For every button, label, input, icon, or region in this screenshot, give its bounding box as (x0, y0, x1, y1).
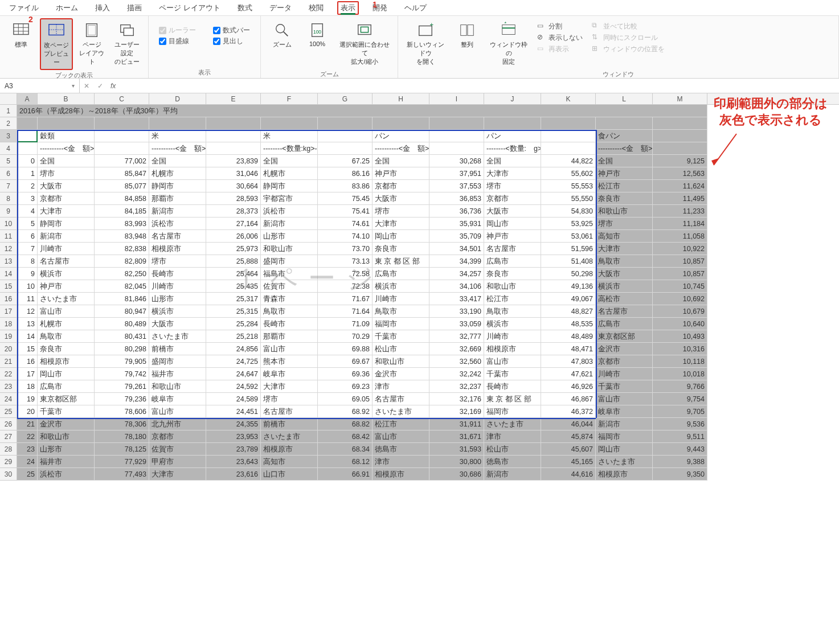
cell-M22[interactable]: 10,018 (653, 368, 707, 380)
cell-E26[interactable]: 24,355 (206, 418, 261, 430)
cell-D14[interactable]: 長崎市 (149, 268, 206, 280)
cell-L5[interactable]: 全国 (596, 155, 653, 167)
cell-H12[interactable]: 奈良市 (373, 243, 429, 255)
cell-B13[interactable]: 名古屋市 (38, 255, 95, 268)
cell-L16[interactable]: 高松市 (596, 293, 653, 305)
cell-B21[interactable]: 相模原市 (38, 355, 95, 368)
cell-C24[interactable]: 79,236 (95, 393, 149, 405)
cell-I17[interactable]: 33,190 (429, 305, 484, 318)
cell-B15[interactable]: 神戸市 (38, 280, 95, 293)
cell-E2[interactable] (206, 117, 261, 130)
cell-L30[interactable]: 相模原市 (596, 468, 653, 481)
cell-E11[interactable]: 26,006 (206, 230, 261, 243)
menu-描画[interactable]: 描画 (124, 1, 145, 15)
cell-A25[interactable]: 20 (17, 405, 38, 418)
cell-H10[interactable]: 大津市 (373, 218, 429, 230)
cell-A4[interactable] (17, 142, 38, 155)
cell-H2[interactable] (373, 117, 429, 130)
cell-I7[interactable]: 37,553 (429, 180, 484, 192)
cell-K23[interactable]: 46,926 (541, 380, 596, 393)
cell-A18[interactable]: 13 (17, 318, 38, 330)
cell-E22[interactable]: 24,647 (206, 368, 261, 380)
cell-H26[interactable]: 松江市 (373, 418, 429, 430)
cell-F4[interactable]: --------<数量:kg>- (261, 142, 318, 155)
cell-D21[interactable]: 盛岡市 (149, 355, 206, 368)
cell-C16[interactable]: 81,846 (95, 293, 149, 305)
cell-M23[interactable]: 9,766 (653, 380, 707, 393)
cell-M8[interactable]: 11,495 (653, 192, 707, 205)
cell-G24[interactable]: 69.05 (318, 393, 373, 405)
cell-J8[interactable]: 京都市 (484, 192, 541, 205)
row-header-29[interactable]: 29 (0, 456, 17, 468)
cell-C10[interactable]: 83,993 (95, 218, 149, 230)
cell-G21[interactable]: 69.67 (318, 355, 373, 368)
cell-H14[interactable]: 広島市 (373, 268, 429, 280)
cell-G10[interactable]: 74.61 (318, 218, 373, 230)
arrange-button[interactable]: 整列 (451, 18, 484, 52)
cell-B30[interactable]: 浜松市 (38, 468, 95, 481)
cell-I14[interactable]: 34,257 (429, 268, 484, 280)
cell-D26[interactable]: 北九州市 (149, 418, 206, 430)
col-header-L[interactable]: L (596, 93, 653, 104)
cell-E5[interactable]: 23,839 (206, 155, 261, 167)
cell-C27[interactable]: 78,180 (95, 430, 149, 443)
cell-G6[interactable]: 86.16 (318, 167, 373, 180)
cell-I20[interactable]: 32,669 (429, 343, 484, 355)
cell-F12[interactable]: 和歌山市 (261, 243, 318, 255)
cell-H21[interactable]: 和歌山市 (373, 355, 429, 368)
cell-B25[interactable]: 千葉市 (38, 405, 95, 418)
cell-D16[interactable]: 山形市 (149, 293, 206, 305)
row-header-14[interactable]: 14 (0, 268, 17, 280)
cell-K12[interactable]: 51,596 (541, 243, 596, 255)
cell-E3[interactable] (206, 130, 261, 142)
cell-L19[interactable]: 東京都区部 (596, 330, 653, 343)
cell-C19[interactable]: 80,431 (95, 330, 149, 343)
cell-H17[interactable]: 鳥取市 (373, 305, 429, 318)
cell-I25[interactable]: 32,169 (429, 405, 484, 418)
cell-B2[interactable] (38, 117, 95, 130)
col-header-A[interactable]: A (17, 93, 38, 104)
cell-C4[interactable] (95, 142, 149, 155)
cell-G15[interactable]: 72.38 (318, 280, 373, 293)
cell-I13[interactable]: 34,399 (429, 255, 484, 268)
cell-H9[interactable]: 堺市 (373, 205, 429, 218)
cell-K3[interactable] (541, 130, 596, 142)
spreadsheet-grid[interactable]: ABCDEFGHIJKLM 12016年（平成28年）～2018年（平成30年）… (0, 93, 839, 481)
cell-D10[interactable]: 浜松市 (149, 218, 206, 230)
cell-I29[interactable]: 30,800 (429, 456, 484, 468)
cell-K30[interactable]: 44,616 (541, 468, 596, 481)
cell-A9[interactable]: 4 (17, 205, 38, 218)
cell-I22[interactable]: 32,242 (429, 368, 484, 380)
cell-J18[interactable]: 横浜市 (484, 318, 541, 330)
cell-H30[interactable]: 相模原市 (373, 468, 429, 481)
cell-I28[interactable]: 31,593 (429, 443, 484, 456)
cell-F13[interactable]: 盛岡市 (261, 255, 318, 268)
cell-J20[interactable]: 相模原市 (484, 343, 541, 355)
cell-A26[interactable]: 21 (17, 418, 38, 430)
zoom-100-button[interactable]: 100 100% (301, 18, 334, 50)
menu-校閲[interactable]: 校閲 (305, 1, 327, 15)
cell-K27[interactable]: 45,874 (541, 430, 596, 443)
page-layout-button[interactable]: ページ レイアウト (75, 18, 108, 69)
cell-J30[interactable]: 新潟市 (484, 468, 541, 481)
cell-F25[interactable]: 名古屋市 (261, 405, 318, 418)
cell-K18[interactable]: 48,535 (541, 318, 596, 330)
cell-M16[interactable]: 10,692 (653, 293, 707, 305)
cell-M5[interactable]: 9,125 (653, 155, 707, 167)
cell-E19[interactable]: 25,218 (206, 330, 261, 343)
cell-A15[interactable]: 10 (17, 280, 38, 293)
cell-K10[interactable]: 53,925 (541, 218, 596, 230)
headings-checkbox[interactable]: 見出し (213, 37, 250, 46)
cell-H4[interactable]: ----------<金 額>- (373, 142, 429, 155)
cell-C29[interactable]: 77,929 (95, 456, 149, 468)
cell-J17[interactable]: 鳥取市 (484, 305, 541, 318)
row-header-27[interactable]: 27 (0, 430, 17, 443)
cell-H3[interactable]: パン (373, 130, 429, 142)
cell-E4[interactable] (206, 142, 261, 155)
cell-H8[interactable]: 大阪市 (373, 192, 429, 205)
cell-H25[interactable]: さいたま市 (373, 405, 429, 418)
cell-G18[interactable]: 71.09 (318, 318, 373, 330)
cell-B27[interactable]: 和歌山市 (38, 430, 95, 443)
cell-F11[interactable]: 山形市 (261, 230, 318, 243)
cell-M3[interactable] (653, 130, 707, 142)
